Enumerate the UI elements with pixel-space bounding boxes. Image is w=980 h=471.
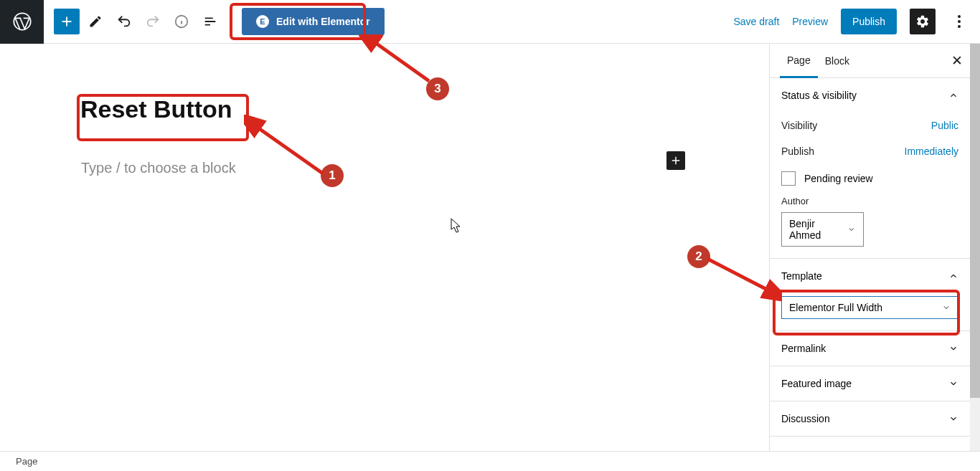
outline-icon[interactable] bbox=[197, 9, 223, 34]
redo-icon bbox=[140, 9, 166, 34]
close-sidebar-button[interactable]: ✕ bbox=[951, 52, 963, 69]
svg-point-2 bbox=[958, 15, 961, 18]
svg-point-4 bbox=[958, 25, 961, 28]
template-select-value: Elementor Full Width bbox=[789, 302, 882, 313]
save-draft-link[interactable]: Save draft bbox=[733, 16, 779, 27]
visibility-value[interactable]: Public bbox=[931, 120, 958, 131]
checkbox-icon bbox=[781, 171, 796, 186]
wordpress-logo[interactable] bbox=[0, 0, 44, 44]
template-select[interactable]: Elementor Full Width bbox=[781, 296, 958, 319]
block-placeholder[interactable]: Type / to choose a block bbox=[81, 160, 236, 176]
chevron-up-icon bbox=[948, 271, 958, 281]
featured-image-label: Featured image bbox=[781, 378, 852, 389]
scrollbar-thumb[interactable] bbox=[970, 54, 980, 398]
template-panel[interactable]: Template bbox=[770, 259, 970, 293]
svg-point-3 bbox=[958, 20, 961, 23]
elementor-icon: E bbox=[256, 15, 269, 28]
breadcrumb-footer: Page bbox=[0, 451, 980, 471]
scrollbar-up-arrow[interactable] bbox=[970, 44, 980, 54]
chevron-down-icon bbox=[942, 303, 951, 312]
chevron-down-icon bbox=[847, 225, 856, 234]
chevron-down-icon bbox=[948, 414, 958, 424]
tab-page[interactable]: Page bbox=[780, 44, 818, 78]
author-label: Author bbox=[781, 193, 958, 209]
chevron-down-icon bbox=[948, 379, 958, 389]
publish-button[interactable]: Publish bbox=[841, 9, 897, 34]
author-select-value: Benjir Ahmed bbox=[789, 218, 847, 241]
edit-with-elementor-button[interactable]: E Edit with Elementor bbox=[242, 8, 385, 35]
discussion-label: Discussion bbox=[781, 413, 830, 424]
settings-button[interactable] bbox=[910, 9, 936, 34]
status-visibility-label: Status & visibility bbox=[781, 90, 857, 101]
pending-review-checkbox[interactable]: Pending review bbox=[781, 164, 958, 193]
permalink-panel[interactable]: Permalink bbox=[770, 331, 970, 366]
scrollbar-track[interactable] bbox=[970, 44, 980, 461]
pending-review-label: Pending review bbox=[804, 173, 873, 184]
chevron-up-icon bbox=[948, 90, 958, 100]
page-title[interactable]: Reset Button bbox=[80, 95, 232, 123]
add-block-inline-button[interactable] bbox=[666, 151, 685, 170]
tab-block[interactable]: Block bbox=[818, 44, 857, 78]
preview-link[interactable]: Preview bbox=[792, 16, 828, 27]
edit-icon[interactable] bbox=[83, 9, 108, 34]
undo-icon[interactable] bbox=[111, 9, 137, 34]
chevron-down-icon bbox=[948, 343, 958, 353]
add-block-button[interactable] bbox=[54, 9, 80, 34]
more-options-button[interactable] bbox=[948, 9, 970, 34]
discussion-panel[interactable]: Discussion bbox=[770, 401, 970, 436]
publish-label: Publish bbox=[781, 146, 814, 157]
template-label: Template bbox=[781, 270, 822, 282]
author-select[interactable]: Benjir Ahmed bbox=[781, 212, 864, 247]
visibility-label: Visibility bbox=[781, 120, 817, 131]
publish-value[interactable]: Immediately bbox=[905, 146, 958, 157]
breadcrumb-text: Page bbox=[16, 456, 37, 467]
info-icon[interactable] bbox=[169, 9, 194, 34]
permalink-label: Permalink bbox=[781, 343, 826, 354]
status-visibility-panel[interactable]: Status & visibility bbox=[770, 78, 970, 113]
featured-image-panel[interactable]: Featured image bbox=[770, 366, 970, 401]
edit-with-elementor-label: Edit with Elementor bbox=[276, 16, 370, 27]
